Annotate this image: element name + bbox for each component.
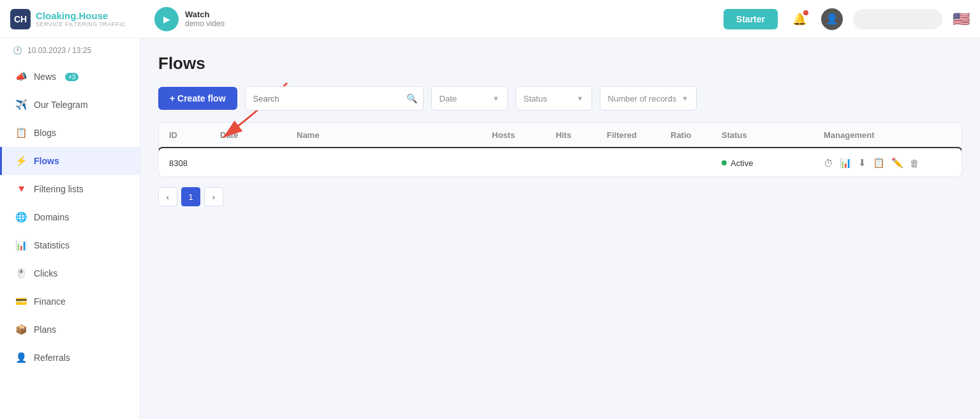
search-wrap: 🔍 — [245, 86, 424, 110]
blogs-icon: 📋 — [15, 127, 27, 139]
date-label: Date — [440, 94, 457, 103]
delete-icon[interactable]: 🗑 — [910, 158, 919, 169]
status-active-dot — [722, 160, 727, 165]
filtering-icon: 🔻 — [15, 183, 27, 195]
main-layout: 🕐 10.03.2023 / 13:25 📣 News +3 ✈️ Our Te… — [0, 38, 980, 419]
page-1-button[interactable]: 1 — [181, 187, 200, 206]
user-avatar[interactable]: 👤 — [821, 8, 843, 30]
clicks-icon: 🖱️ — [15, 268, 27, 279]
sidebar-item-referrals[interactable]: 👤 Referrals — [0, 344, 140, 372]
logo-title: Cloaking.House — [36, 10, 126, 21]
demo-video-button[interactable]: ▶ Watch demo video — [154, 7, 225, 31]
records-label: Number of records — [608, 94, 677, 103]
prev-page-button[interactable]: ‹ — [158, 187, 177, 206]
col-id: ID — [169, 130, 220, 140]
col-date: Date — [220, 130, 297, 140]
date-filter[interactable]: Date ▼ — [431, 86, 508, 110]
play-icon: ▶ — [154, 7, 179, 31]
logo-subtitle: SERVICE FILTERING TRAFFIC — [36, 21, 126, 27]
edit-icon[interactable]: ✏️ — [891, 157, 903, 169]
col-management: Management — [824, 130, 951, 140]
sidebar-item-news[interactable]: 📣 News +3 — [0, 63, 140, 91]
search-input[interactable] — [245, 86, 424, 110]
col-status: Status — [722, 130, 824, 140]
news-badge: +3 — [65, 73, 78, 81]
statistics-icon: 📊 — [15, 240, 27, 251]
logo-text: Cloaking.House SERVICE FILTERING TRAFFIC — [36, 10, 126, 27]
sidebar-item-domains[interactable]: 🌐 Domains — [0, 203, 140, 231]
clock-icon: 🕐 — [13, 46, 22, 55]
sidebar-label-flows: Flows — [34, 156, 59, 166]
sidebar-item-plans[interactable]: 📦 Plans — [0, 316, 140, 344]
domains-icon: 🌐 — [15, 211, 27, 223]
sidebar-item-flows[interactable]: ⚡ Flows — [0, 147, 140, 175]
main-content: Flows + Create flow 🔍 Date ▼ Status ▼ Nu… — [140, 38, 980, 419]
logo-icon: CH — [10, 9, 31, 29]
sidebar-label-finance: Finance — [34, 296, 66, 307]
sidebar-item-statistics[interactable]: 📊 Statistics — [0, 231, 140, 259]
top-header: CH Cloaking.House SERVICE FILTERING TRAF… — [0, 0, 980, 38]
sidebar-label-blogs: Blogs — [34, 128, 56, 138]
telegram-icon: ✈️ — [15, 99, 27, 110]
cell-status: Active — [722, 158, 824, 168]
flows-table: ID Date Name Hosts Hits Filtered Ratio S… — [158, 122, 962, 177]
sidebar-datetime: 🕐 10.03.2023 / 13:25 — [0, 38, 140, 63]
next-page-button[interactable]: › — [204, 187, 223, 206]
records-chevron-icon: ▼ — [681, 95, 688, 102]
finance-icon: 💳 — [15, 296, 27, 307]
referrals-icon: 👤 — [15, 352, 27, 363]
sidebar-label-filtering: Filtering lists — [34, 184, 84, 194]
demo-label: demo video — [185, 19, 225, 28]
avatar-icon: 👤 — [826, 13, 838, 25]
records-filter[interactable]: Number of records ▼ — [600, 86, 697, 110]
flows-icon: ⚡ — [15, 155, 27, 167]
cell-management: ⏱ 📊 ⬇ 📋 ✏️ 🗑 — [824, 157, 951, 169]
col-name: Name — [297, 130, 492, 140]
status-chevron-icon: ▼ — [577, 95, 584, 102]
pagination: ‹ 1 › — [158, 187, 962, 206]
logo-area: CH Cloaking.House SERVICE FILTERING TRAF… — [10, 9, 144, 29]
search-icon: 🔍 — [406, 93, 417, 103]
sidebar-label-news: News — [34, 72, 56, 82]
sidebar-item-finance[interactable]: 💳 Finance — [0, 287, 140, 316]
col-ratio: Ratio — [671, 130, 722, 140]
language-flag[interactable]: 🇺🇸 — [953, 11, 970, 27]
status-label: Status — [524, 94, 547, 103]
toolbar-row: + Create flow 🔍 Date ▼ Status ▼ Number o… — [158, 86, 962, 110]
notification-dot — [803, 10, 808, 15]
sidebar-label-clicks: Clicks — [34, 268, 57, 278]
copy-icon[interactable]: 📋 — [873, 157, 885, 169]
col-hosts: Hosts — [492, 130, 556, 140]
col-hits: Hits — [556, 130, 607, 140]
sidebar-item-telegram[interactable]: ✈️ Our Telegram — [0, 91, 140, 119]
col-filtered: Filtered — [607, 130, 671, 140]
download-icon[interactable]: ⬇ — [858, 157, 866, 169]
header-search-input[interactable] — [853, 9, 942, 29]
sidebar-label-referrals: Referrals — [34, 353, 70, 363]
sidebar-item-clicks[interactable]: 🖱️ Clicks — [0, 259, 140, 287]
starter-button[interactable]: Starter — [724, 9, 778, 29]
sidebar: 🕐 10.03.2023 / 13:25 📣 News +3 ✈️ Our Te… — [0, 38, 140, 419]
news-icon: 📣 — [15, 71, 27, 82]
chart-icon[interactable]: 📊 — [840, 157, 852, 169]
status-active-label: Active — [731, 158, 753, 168]
sidebar-label-telegram: Our Telegram — [34, 100, 88, 110]
timer-icon[interactable]: ⏱ — [824, 158, 833, 169]
watch-label: Watch — [185, 10, 225, 19]
sidebar-label-domains: Domains — [34, 212, 69, 222]
status-filter[interactable]: Status ▼ — [516, 86, 592, 110]
date-chevron-icon: ▼ — [493, 95, 500, 102]
page-title: Flows — [158, 54, 962, 73]
sidebar-label-plans: Plans — [34, 324, 56, 335]
notifications-button[interactable]: 🔔 — [788, 8, 811, 31]
table-header: ID Date Name Hosts Hits Filtered Ratio S… — [159, 123, 961, 148]
table-row: 8308 Active ⏱ 📊 ⬇ 📋 ✏️ 🗑 — [158, 147, 962, 177]
sidebar-item-blogs[interactable]: 📋 Blogs — [0, 119, 140, 147]
plans-icon: 📦 — [15, 324, 27, 335]
cell-id: 8308 — [169, 158, 220, 168]
sidebar-label-statistics: Statistics — [34, 240, 70, 250]
create-flow-button[interactable]: + Create flow — [158, 87, 237, 110]
sidebar-item-filtering[interactable]: 🔻 Filtering lists — [0, 175, 140, 203]
